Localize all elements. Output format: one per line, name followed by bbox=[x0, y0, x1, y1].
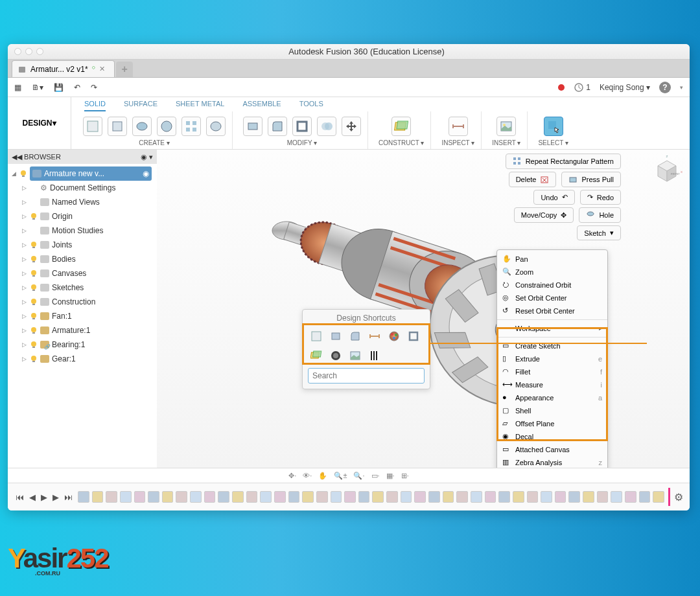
timeline-feature-38[interactable] bbox=[611, 491, 622, 503]
cm-create-sketch[interactable]: ▭Create Sketch bbox=[497, 339, 607, 352]
bulb-icon[interactable] bbox=[30, 341, 38, 349]
timeline-feature-10[interactable] bbox=[218, 491, 229, 503]
tab-sheet-metal[interactable]: SHEET METAL bbox=[176, 100, 224, 111]
timeline-feature-35[interactable] bbox=[568, 491, 580, 503]
timeline-feature-37[interactable] bbox=[597, 491, 609, 503]
timeline-feature-0[interactable] bbox=[78, 491, 89, 503]
grid-menu[interactable]: ▦· bbox=[386, 472, 395, 480]
traffic-lights[interactable] bbox=[8, 48, 43, 55]
cm-extrude[interactable]: ▯Extrudee bbox=[497, 352, 607, 365]
timeline-feature-41[interactable] bbox=[653, 491, 664, 503]
user-menu[interactable]: Keqing Song ▾ bbox=[600, 83, 650, 92]
measure-icon[interactable] bbox=[449, 117, 468, 136]
tree-item-sketches[interactable]: ▷Sketches bbox=[8, 281, 157, 295]
bulb-icon[interactable] bbox=[30, 284, 38, 292]
timeline-feature-1[interactable] bbox=[92, 491, 104, 503]
timeline-back[interactable]: ◀ bbox=[28, 491, 37, 503]
tab-solid[interactable]: SOLID bbox=[84, 100, 106, 111]
timeline-feature-25[interactable] bbox=[428, 491, 440, 503]
timeline-features[interactable] bbox=[78, 491, 664, 503]
timeline-feature-33[interactable] bbox=[541, 491, 552, 503]
timeline-play[interactable]: ▶ bbox=[40, 491, 49, 503]
cm-attached-canvas[interactable]: ▭Attached Canvas bbox=[497, 443, 607, 456]
delete-button[interactable]: Delete bbox=[509, 172, 557, 187]
timeline-feature-2[interactable] bbox=[106, 491, 117, 503]
timeline-feature-8[interactable] bbox=[190, 491, 202, 503]
data-panel-icon[interactable]: ▦ bbox=[14, 83, 21, 92]
offset-plane-icon[interactable] bbox=[310, 350, 322, 361]
timeline-feature-14[interactable] bbox=[274, 491, 286, 503]
timeline-fwd[interactable]: ▶ bbox=[51, 491, 60, 503]
cm-reset-orbit-center[interactable]: ↺Reset Orbit Center bbox=[497, 304, 607, 317]
zoom-window-icon[interactable] bbox=[36, 48, 43, 55]
tree-item-armature-1[interactable]: ▷Armature:1 bbox=[8, 323, 157, 338]
revolve-icon[interactable] bbox=[157, 117, 176, 136]
viewport[interactable]: FRONT z x Repeat Rectangular Pattern Del… bbox=[157, 150, 690, 468]
display-menu[interactable]: ▭· bbox=[371, 472, 380, 480]
select-icon[interactable] bbox=[544, 117, 563, 136]
move-icon[interactable] bbox=[342, 117, 361, 136]
tab-tools[interactable]: TOOLS bbox=[299, 100, 323, 111]
cm-constrained-orbit[interactable]: ⭮Constrained Orbit bbox=[497, 279, 607, 292]
tree-item-origin[interactable]: ▷Origin bbox=[8, 209, 157, 224]
timeline-feature-17[interactable] bbox=[316, 491, 328, 503]
bulb-icon[interactable] bbox=[30, 355, 38, 363]
timeline-feature-31[interactable] bbox=[513, 491, 524, 503]
timeline-feature-36[interactable] bbox=[583, 491, 594, 503]
timeline-feature-23[interactable] bbox=[401, 491, 412, 503]
tree-root-toggle[interactable]: ◢ Armature new v... ◉ bbox=[8, 166, 157, 181]
viewport-menu[interactable]: ⊞· bbox=[401, 472, 409, 480]
timeline-feature-15[interactable] bbox=[288, 491, 300, 503]
tree-item-canvases[interactable]: ▷Canvases bbox=[8, 266, 157, 281]
timeline-feature-30[interactable] bbox=[498, 491, 510, 503]
timeline-feature-29[interactable] bbox=[485, 491, 496, 503]
pan-nav-icon[interactable]: ✋ bbox=[318, 472, 327, 480]
derive-icon[interactable] bbox=[206, 117, 226, 136]
document-tab-armature[interactable]: Armatur... v2 v1* ○ ✕ bbox=[12, 60, 115, 77]
timeline-feature-18[interactable] bbox=[331, 491, 342, 503]
cm-set-orbit-center[interactable]: ◎Set Orbit Center bbox=[497, 292, 607, 304]
timeline-feature-16[interactable] bbox=[302, 491, 314, 503]
bulb-icon[interactable] bbox=[30, 241, 38, 249]
timeline-feature-26[interactable] bbox=[443, 491, 454, 503]
bulb-icon[interactable] bbox=[30, 298, 38, 306]
timeline-feature-21[interactable] bbox=[372, 491, 384, 503]
cm-fillet[interactable]: ◠Filletf bbox=[497, 365, 607, 378]
timeline-feature-6[interactable] bbox=[162, 491, 174, 503]
bulb-icon[interactable] bbox=[19, 170, 27, 178]
timeline-feature-11[interactable] bbox=[232, 491, 244, 503]
measure-icon[interactable] bbox=[369, 330, 380, 342]
shell-icon[interactable] bbox=[292, 117, 312, 136]
bulb-icon[interactable] bbox=[30, 269, 38, 277]
cm-measure[interactable]: ⟷Measurei bbox=[497, 378, 607, 391]
help-icon[interactable]: ? bbox=[659, 82, 671, 93]
timeline-feature-28[interactable] bbox=[471, 491, 482, 503]
bulb-icon[interactable] bbox=[30, 255, 38, 263]
timeline-feature-9[interactable] bbox=[204, 491, 216, 503]
timeline-settings-icon[interactable]: ⚙ bbox=[674, 491, 683, 503]
tree-item-bodies[interactable]: ▷Bodies bbox=[8, 252, 157, 266]
bulb-icon[interactable] bbox=[30, 312, 38, 320]
timeline-feature-32[interactable] bbox=[527, 491, 539, 503]
timeline-feature-12[interactable] bbox=[246, 491, 258, 503]
timeline-feature-22[interactable] bbox=[386, 491, 398, 503]
tree-item-construction[interactable]: ▷Construction bbox=[8, 295, 157, 309]
bulb-icon[interactable] bbox=[30, 327, 38, 334]
pattern-icon[interactable] bbox=[181, 117, 201, 136]
press-pull-icon[interactable] bbox=[243, 117, 262, 136]
timeline-feature-27[interactable] bbox=[456, 491, 468, 503]
tree-item-fan-1[interactable]: ▷Fan:1 bbox=[8, 309, 157, 323]
cm-pan[interactable]: ✋Pan bbox=[497, 253, 607, 266]
undo-button[interactable]: Undo ↶ bbox=[533, 190, 574, 205]
sketch-dropdown-button[interactable]: Sketch ▾ bbox=[577, 225, 621, 240]
tree-item-document-settings[interactable]: ▷⚙Document Settings bbox=[8, 181, 157, 195]
new-tab-button[interactable]: + bbox=[116, 62, 133, 77]
timeline-feature-7[interactable] bbox=[176, 491, 187, 503]
redo-button[interactable]: ↷ Redo bbox=[580, 190, 621, 205]
timeline-feature-13[interactable] bbox=[260, 491, 272, 503]
cm-appearance[interactable]: ●Appearancea bbox=[497, 391, 607, 404]
hole-button[interactable]: Hole bbox=[579, 207, 621, 223]
timeline-start[interactable]: ⏮ bbox=[14, 491, 25, 503]
orbit-icon[interactable]: ✥· bbox=[288, 472, 296, 480]
extrude-icon[interactable] bbox=[330, 330, 342, 342]
